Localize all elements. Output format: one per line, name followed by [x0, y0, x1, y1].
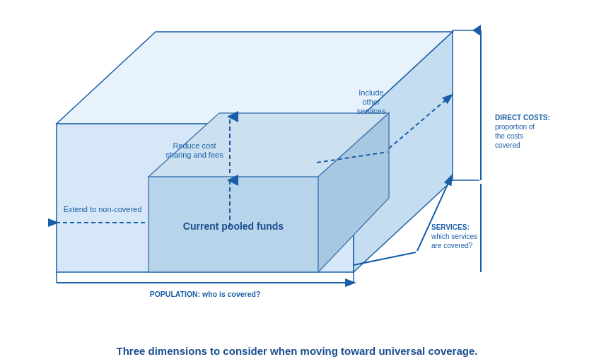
svg-text:proportion of: proportion of	[495, 123, 535, 131]
diagram-area: Current pooled funds Extend to non-cover…	[14, 7, 580, 318]
svg-text:are covered?: are covered?	[431, 242, 473, 249]
svg-text:DIRECT COSTS:: DIRECT COSTS:	[495, 114, 550, 122]
svg-text:Reduce cost: Reduce cost	[173, 141, 216, 150]
main-container: Current pooled funds Extend to non-cover…	[0, 0, 594, 364]
svg-text:sharing and fees: sharing and fees	[165, 151, 223, 159]
svg-text:SERVICES:: SERVICES:	[431, 223, 470, 231]
svg-text:Include: Include	[359, 88, 383, 97]
svg-text:other: other	[362, 98, 380, 106]
svg-text:Extend to non-covered: Extend to non-covered	[64, 205, 142, 213]
svg-text:POPULATION: who is covered?: POPULATION: who is covered?	[150, 290, 261, 298]
svg-text:Current pooled funds: Current pooled funds	[183, 221, 284, 232]
svg-text:which services: which services	[431, 233, 477, 240]
caption: Three dimensions to consider when moving…	[0, 345, 594, 357]
svg-text:covered: covered	[495, 141, 520, 149]
svg-text:services: services	[357, 107, 386, 115]
svg-text:the costs: the costs	[495, 132, 523, 140]
